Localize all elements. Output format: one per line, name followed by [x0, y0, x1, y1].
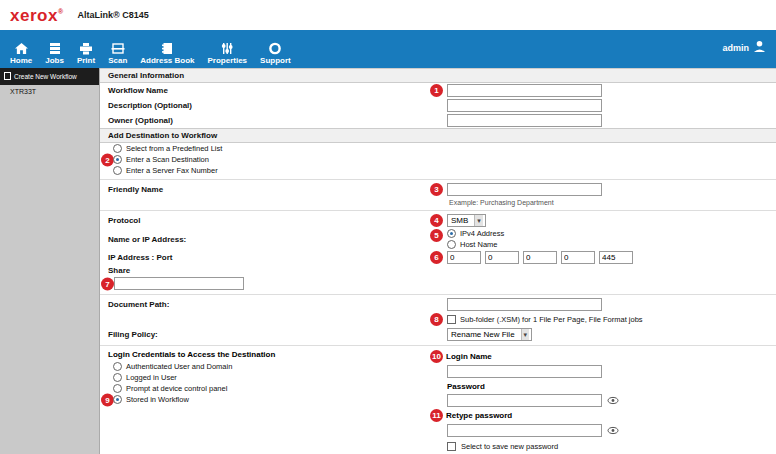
device-model: AltaLink® C8145	[78, 10, 149, 20]
owner-input[interactable]	[447, 114, 602, 127]
nav-item-support[interactable]: Support	[260, 41, 291, 65]
document-path-label: Document Path:	[108, 300, 430, 309]
protocol-row: Protocol 4 SMB ▾	[100, 213, 776, 228]
nav-item-scan[interactable]: Scan	[108, 41, 127, 65]
admin-user-menu[interactable]: admin	[722, 40, 766, 55]
annotation-5: 5	[430, 229, 443, 242]
ip-octet-4-input[interactable]	[561, 251, 595, 264]
login-option-stored[interactable]: 9 Stored in Workflow	[108, 394, 430, 405]
sidebar-item-create-new-workflow[interactable]: Create New Workflow	[0, 68, 99, 85]
prompt-at-panel-radio[interactable]	[113, 384, 122, 393]
annotation-1: 1	[430, 84, 443, 97]
annotation-3: 3	[430, 183, 443, 196]
subfolder-checkbox[interactable]	[447, 315, 456, 324]
ip-octet-1-input[interactable]	[447, 251, 481, 264]
annotation-6: 6	[430, 251, 443, 264]
save-password-label: Select to save new password	[461, 442, 558, 451]
chevron-down-icon: ▾	[521, 329, 530, 340]
show-password-icon[interactable]	[607, 396, 619, 405]
destination-option-fax[interactable]: Enter a Server Fax Number	[100, 165, 776, 176]
login-name-label-row: 10 Login Name	[430, 350, 619, 363]
ip-port-input[interactable]	[599, 251, 633, 264]
save-password-checkbox[interactable]	[447, 442, 456, 451]
login-option-authenticated[interactable]: Authenticated User and Domain	[108, 361, 430, 372]
admin-label: admin	[722, 43, 749, 53]
friendly-name-label: Friendly Name	[108, 185, 430, 194]
login-credentials-label: Login Credentials to Access the Destinat…	[108, 350, 430, 359]
section-bar-add-destination: Add Destination to Workflow	[100, 128, 776, 143]
workflow-name-input[interactable]	[447, 84, 602, 97]
logged-in-user-radio[interactable]	[113, 373, 122, 382]
retype-password-label-row: 11 Retype password	[430, 409, 619, 422]
main-nav: Home Jobs Print Scan Address Book Proper…	[0, 30, 776, 68]
divider	[100, 294, 776, 295]
workflow-form: General Information Workflow Name 1 Desc…	[100, 68, 776, 454]
nav-item-jobs[interactable]: Jobs	[45, 41, 64, 65]
owner-row: Owner (Optional)	[100, 113, 776, 128]
user-icon	[753, 40, 766, 55]
password-label: Password	[447, 380, 619, 392]
nav-item-print[interactable]: Print	[77, 41, 95, 65]
filing-policy-select[interactable]: Rename New File ▾	[447, 328, 532, 341]
save-password-option[interactable]: Select to save new password	[447, 442, 619, 451]
sidebar: Create New Workflow XTR33T	[0, 68, 100, 454]
host-name-radio[interactable]	[447, 240, 456, 249]
address-type-row: Name or IP Address: 5 IPv4 Address Host …	[100, 228, 776, 250]
divider	[100, 179, 776, 180]
workflow-name-label: Workflow Name	[108, 86, 430, 95]
destination-option-predefined[interactable]: Select from a Predefined List	[100, 143, 776, 154]
login-option-logged-in[interactable]: Logged in User	[108, 372, 430, 383]
nav-item-home[interactable]: Home	[10, 41, 32, 65]
home-icon	[14, 41, 29, 55]
scan-destination-radio[interactable]	[113, 155, 122, 164]
section-bar-general-information: General Information	[100, 68, 776, 83]
ip-octet-3-input[interactable]	[523, 251, 557, 264]
description-input[interactable]	[447, 99, 602, 112]
share-input-row: 7	[100, 276, 776, 291]
document-path-row: Document Path:	[100, 297, 776, 312]
divider	[100, 210, 776, 211]
destination-option-scan[interactable]: 2 Enter a Scan Destination	[100, 154, 776, 165]
address-type-label: Name or IP Address:	[108, 235, 430, 244]
ip-address-label: IP Address : Port	[108, 253, 430, 262]
show-retype-password-icon[interactable]	[607, 426, 619, 435]
share-label: Share	[108, 266, 430, 275]
xerox-logo: xerox®	[10, 7, 64, 24]
document-path-input[interactable]	[447, 298, 602, 311]
friendly-name-hint-row: Example: Purchasing Department	[100, 197, 776, 207]
share-label-row: Share	[100, 265, 776, 276]
print-icon	[79, 41, 93, 55]
chevron-down-icon: ▾	[474, 215, 483, 226]
retype-password-input[interactable]	[447, 424, 602, 437]
description-row: Description (Optional)	[100, 98, 776, 113]
ip-octet-2-input[interactable]	[485, 251, 519, 264]
login-name-input[interactable]	[447, 365, 602, 378]
properties-icon	[220, 41, 234, 55]
friendly-name-input[interactable]	[447, 183, 602, 196]
host-name-option[interactable]: Host Name	[447, 240, 504, 249]
workflow-name-row: Workflow Name 1	[100, 83, 776, 98]
header: xerox® AltaLink® C8145	[0, 0, 776, 30]
server-fax-radio[interactable]	[113, 166, 122, 175]
page: xerox® AltaLink® C8145 Home Jobs Print S…	[0, 0, 776, 454]
sidebar-item-xtr33t[interactable]: XTR33T	[0, 85, 99, 98]
password-input[interactable]	[447, 394, 602, 407]
login-option-prompt[interactable]: Prompt at device control panel	[108, 383, 430, 394]
description-label: Description (Optional)	[108, 101, 430, 110]
share-input[interactable]	[114, 277, 244, 290]
protocol-select[interactable]: SMB ▾	[447, 214, 486, 227]
jobs-icon	[48, 41, 62, 55]
stored-in-workflow-radio[interactable]	[113, 395, 122, 404]
filing-policy-label: Filing Policy:	[108, 330, 430, 339]
predefined-list-radio[interactable]	[113, 144, 122, 153]
ipv4-radio[interactable]	[447, 229, 456, 238]
ipv4-option[interactable]: IPv4 Address	[447, 229, 504, 238]
nav-item-properties[interactable]: Properties	[208, 41, 248, 65]
nav-item-address-book[interactable]: Address Book	[140, 41, 194, 65]
annotation-8: 8	[430, 313, 443, 326]
annotation-10: 10	[430, 350, 443, 363]
protocol-label: Protocol	[108, 216, 430, 225]
login-name-label: Login Name	[446, 352, 492, 361]
authenticated-user-radio[interactable]	[113, 362, 122, 371]
friendly-name-row: Friendly Name 3	[100, 182, 776, 197]
